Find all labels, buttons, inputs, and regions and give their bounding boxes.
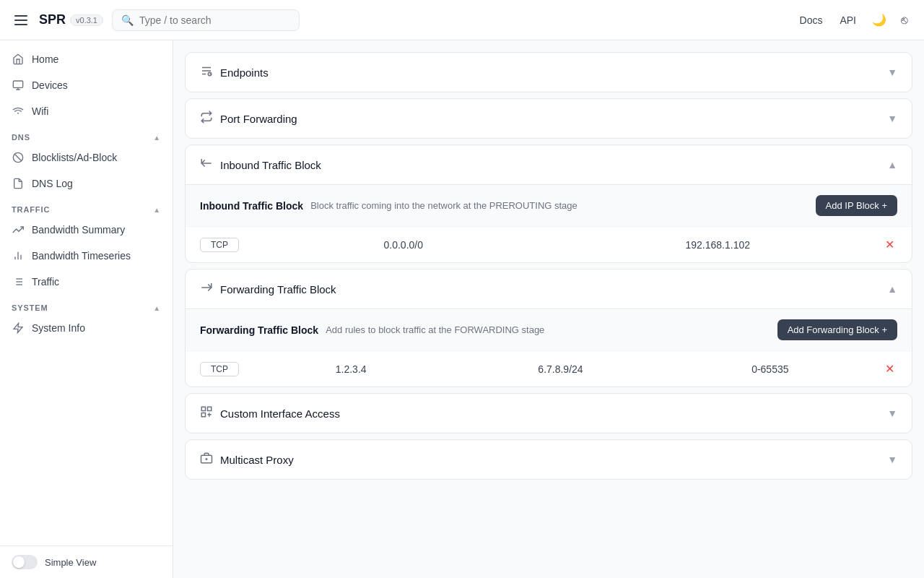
endpoints-section: Endpoints ▼ bbox=[185, 52, 912, 92]
svg-marker-12 bbox=[14, 323, 22, 332]
brand-name: SPR bbox=[39, 12, 66, 27]
traffic-chevron-icon[interactable]: ▲ bbox=[153, 206, 161, 214]
sidebar-item-label: Traffic bbox=[32, 276, 59, 288]
api-link[interactable]: API bbox=[834, 12, 862, 29]
topnav: SPR v0.3.1 🔍 Docs API 🌙 ⎋ bbox=[0, 0, 924, 40]
forwarding-chevron-icon: ▲ bbox=[887, 283, 897, 295]
search-box[interactable]: 🔍 bbox=[112, 9, 300, 31]
inbound-traffic-body: Inbound Traffic Block Block traffic comi… bbox=[186, 184, 912, 262]
sidebar-section-system: SYSTEM ▲ bbox=[0, 298, 173, 315]
endpoints-icon bbox=[200, 64, 213, 80]
sidebar-item-bandwidth-timeseries[interactable]: Bandwidth Timeseries bbox=[0, 243, 173, 269]
logout-btn[interactable]: ⎋ bbox=[897, 9, 912, 31]
forwarding-traffic-header[interactable]: Forwarding Traffic Block ▲ bbox=[186, 269, 912, 309]
multicast-chevron-icon: ▼ bbox=[887, 454, 897, 465]
system-chevron-icon[interactable]: ▲ bbox=[153, 304, 161, 312]
forwarding-icon bbox=[200, 281, 213, 297]
multicast-proxy-section: Multicast Proxy ▼ bbox=[185, 439, 912, 480]
sidebar-section-traffic: TRAFFIC ▲ bbox=[0, 199, 173, 217]
endpoints-chevron-icon: ▼ bbox=[887, 66, 897, 78]
protocol-badge: TCP bbox=[200, 362, 239, 376]
svg-rect-21 bbox=[201, 413, 205, 417]
dest-col: 192.168.1.102 bbox=[568, 239, 868, 251]
content-area: Endpoints ▼ Port Forwarding ▼ bbox=[173, 40, 924, 578]
source-col: 1.2.3.4 bbox=[253, 363, 448, 375]
inbound-traffic-header[interactable]: Inbound Traffic Block ▲ bbox=[186, 145, 912, 184]
forwarding-traffic-section: Forwarding Traffic Block ▲ Forwarding Tr… bbox=[185, 269, 912, 387]
sidebar-item-label: Blocklists/Ad-Block bbox=[32, 152, 117, 163]
delete-button[interactable]: ✕ bbox=[882, 361, 897, 377]
port-col: 0-65535 bbox=[673, 363, 868, 375]
svg-rect-20 bbox=[208, 407, 212, 410]
sidebar-item-label: Bandwidth Timeseries bbox=[32, 250, 131, 262]
inbound-icon bbox=[200, 157, 213, 173]
sidebar-item-label: System Info bbox=[32, 322, 85, 334]
inbound-info-row: Inbound Traffic Block Block traffic comi… bbox=[186, 185, 912, 226]
search-icon: 🔍 bbox=[121, 14, 134, 26]
topnav-right: Docs API 🌙 ⎋ bbox=[794, 9, 912, 31]
bandwidth-summary-icon bbox=[12, 223, 25, 236]
dns-chevron-icon[interactable]: ▲ bbox=[153, 134, 161, 142]
sidebar-item-traffic[interactable]: Traffic bbox=[0, 269, 173, 295]
table-row: TCP 1.2.3.4 6.7.8.9/24 0-65535 ✕ bbox=[186, 350, 912, 387]
multicast-proxy-title: Multicast Proxy bbox=[220, 454, 294, 466]
inbound-traffic-section: Inbound Traffic Block ▲ Inbound Traffic … bbox=[185, 144, 912, 263]
sidebar-item-dnslog[interactable]: DNS Log bbox=[0, 171, 173, 197]
sidebar-item-system-info[interactable]: System Info bbox=[0, 315, 173, 341]
traffic-icon bbox=[12, 275, 25, 288]
custom-interface-title: Custom Interface Access bbox=[220, 407, 340, 420]
inbound-block-desc: Block traffic coming into the network at… bbox=[310, 200, 578, 211]
add-ip-block-button[interactable]: Add IP Block + bbox=[816, 195, 897, 216]
delete-button[interactable]: ✕ bbox=[882, 236, 897, 253]
custom-interface-icon bbox=[200, 405, 213, 421]
sidebar-item-home[interactable]: Home bbox=[0, 46, 173, 72]
sidebar: Home Devices Wifi DNS ▲ bbox=[0, 40, 173, 578]
svg-rect-19 bbox=[201, 407, 205, 410]
sidebar-item-label: Wifi bbox=[32, 105, 48, 117]
version-badge: v0.3.1 bbox=[70, 14, 103, 26]
endpoints-header[interactable]: Endpoints ▼ bbox=[186, 53, 912, 92]
forwarding-block-desc: Add rules to block traffic at the FORWAR… bbox=[326, 324, 544, 335]
custom-chevron-icon: ▼ bbox=[887, 407, 897, 419]
sidebar-section-dns: DNS ▲ bbox=[0, 127, 173, 144]
forwarding-info-row: Forwarding Traffic Block Add rules to bl… bbox=[186, 309, 912, 350]
svg-line-2 bbox=[14, 154, 21, 160]
blocklists-icon bbox=[12, 151, 25, 164]
protocol-badge: TCP bbox=[200, 238, 239, 252]
inbound-traffic-title: Inbound Traffic Block bbox=[220, 159, 321, 171]
inbound-chevron-icon: ▲ bbox=[887, 159, 897, 171]
forwarding-traffic-body: Forwarding Traffic Block Add rules to bl… bbox=[186, 309, 912, 387]
sidebar-item-label: Home bbox=[32, 53, 58, 65]
sidebar-item-bandwidth-summary[interactable]: Bandwidth Summary bbox=[0, 217, 173, 243]
home-icon bbox=[12, 53, 25, 66]
sidebar-item-label: Devices bbox=[32, 79, 68, 91]
custom-interface-header[interactable]: Custom Interface Access ▼ bbox=[186, 394, 912, 433]
port-forwarding-header[interactable]: Port Forwarding ▼ bbox=[186, 99, 912, 138]
sidebar-item-blocklists[interactable]: Blocklists/Ad-Block bbox=[0, 144, 173, 171]
topnav-left: SPR v0.3.1 🔍 bbox=[12, 9, 300, 31]
sidebar-item-devices[interactable]: Devices bbox=[0, 72, 173, 98]
forwarding-block-title: Forwarding Traffic Block bbox=[200, 324, 318, 336]
docs-link[interactable]: Docs bbox=[794, 12, 829, 29]
theme-toggle-btn[interactable]: 🌙 bbox=[868, 9, 891, 31]
sidebar-item-wifi[interactable]: Wifi bbox=[0, 98, 173, 124]
sidebar-footer: Simple View bbox=[0, 545, 173, 578]
port-forwarding-section: Port Forwarding ▼ bbox=[185, 98, 912, 139]
sidebar-item-label: Bandwidth Summary bbox=[32, 224, 125, 236]
dest-col: 6.7.8.9/24 bbox=[463, 363, 658, 375]
sidebar-nav: Home Devices Wifi DNS ▲ bbox=[0, 40, 173, 545]
sidebar-item-label: DNS Log bbox=[32, 178, 73, 189]
simple-view-toggle[interactable] bbox=[12, 555, 38, 569]
devices-icon bbox=[12, 79, 25, 92]
simple-view-label: Simple View bbox=[45, 557, 96, 568]
multicast-proxy-header[interactable]: Multicast Proxy ▼ bbox=[186, 440, 912, 479]
port-forwarding-icon bbox=[200, 111, 213, 126]
hamburger-menu[interactable] bbox=[12, 12, 30, 28]
endpoints-title: Endpoints bbox=[220, 66, 269, 79]
add-forwarding-block-button[interactable]: Add Forwarding Block + bbox=[777, 319, 897, 340]
search-input[interactable] bbox=[139, 14, 290, 26]
wifi-icon bbox=[12, 105, 25, 118]
system-info-icon bbox=[12, 322, 25, 335]
svg-rect-0 bbox=[13, 81, 22, 87]
bandwidth-timeseries-icon bbox=[12, 249, 25, 262]
